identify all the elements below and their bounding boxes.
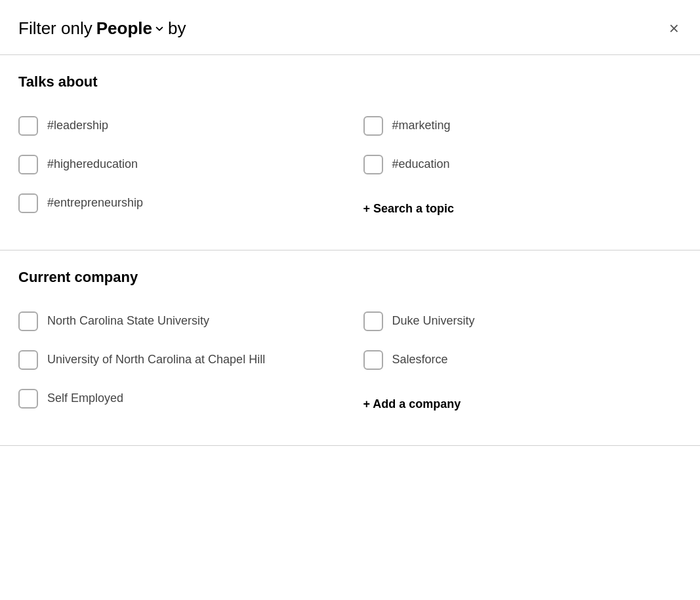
- checkbox-marketing[interactable]: [363, 116, 383, 136]
- filter-item-duke[interactable]: Duke University: [350, 302, 682, 340]
- checkbox-entrepreneurship[interactable]: [18, 193, 38, 213]
- current-company-title: Current company: [18, 269, 682, 286]
- label-leadership: #leadership: [47, 115, 108, 134]
- current-company-grid: North Carolina State University Universi…: [18, 302, 682, 430]
- search-topic-label[interactable]: + Search a topic: [363, 193, 455, 225]
- filter-item-self-employed[interactable]: Self Employed: [18, 379, 350, 418]
- filter-item-salesforce[interactable]: Salesforce: [350, 340, 682, 379]
- filter-panel: Filter only People by × Talks about #lea…: [0, 0, 700, 446]
- entity-dropdown-label: People: [96, 18, 152, 39]
- checkbox-education[interactable]: [363, 155, 383, 174]
- filter-item-highereducation[interactable]: #highereducation: [18, 145, 350, 184]
- label-salesforce: Salesforce: [392, 350, 448, 368]
- filter-item-leadership[interactable]: #leadership: [18, 106, 350, 145]
- add-company-action[interactable]: + Add a company: [350, 379, 682, 430]
- label-unc: University of North Carolina at Chapel H…: [47, 350, 265, 368]
- label-self-employed: Self Employed: [47, 388, 123, 407]
- checkbox-leadership[interactable]: [18, 116, 38, 136]
- filter-label: Filter only: [18, 18, 93, 39]
- company-right-col: Duke University Salesforce + Add a compa…: [350, 302, 682, 430]
- filter-header: Filter only People by ×: [0, 0, 700, 54]
- talks-about-left-col: #leadership #highereducation #entreprene…: [18, 106, 350, 234]
- label-highereducation: #highereducation: [47, 154, 138, 172]
- search-topic-action[interactable]: + Search a topic: [350, 184, 682, 234]
- talks-about-grid: #leadership #highereducation #entreprene…: [18, 106, 682, 234]
- entity-dropdown[interactable]: People: [96, 18, 164, 39]
- checkbox-salesforce[interactable]: [363, 350, 383, 370]
- chevron-down-icon: [155, 24, 164, 33]
- checkbox-ncsu[interactable]: [18, 311, 38, 331]
- checkbox-self-employed[interactable]: [18, 389, 38, 409]
- label-marketing: #marketing: [392, 115, 451, 134]
- checkbox-unc[interactable]: [18, 350, 38, 370]
- filter-item-education[interactable]: #education: [350, 145, 682, 184]
- filter-item-marketing[interactable]: #marketing: [350, 106, 682, 145]
- checkbox-highereducation[interactable]: [18, 155, 38, 174]
- filter-item-entrepreneurship[interactable]: #entrepreneurship: [18, 184, 350, 222]
- by-label: by: [168, 18, 186, 39]
- label-education: #education: [392, 154, 450, 172]
- section-divider-2: [0, 445, 700, 446]
- filter-item-ncsu[interactable]: North Carolina State University: [18, 302, 350, 340]
- talks-about-section: Talks about #leadership #highereducation…: [0, 55, 700, 250]
- filter-item-unc[interactable]: University of North Carolina at Chapel H…: [18, 340, 350, 379]
- checkbox-duke[interactable]: [363, 311, 383, 331]
- label-entrepreneurship: #entrepreneurship: [47, 193, 143, 211]
- label-ncsu: North Carolina State University: [47, 311, 209, 329]
- label-duke: Duke University: [392, 311, 475, 329]
- talks-about-right-col: #marketing #education + Search a topic: [350, 106, 682, 234]
- add-company-label[interactable]: + Add a company: [363, 388, 461, 420]
- current-company-section: Current company North Carolina State Uni…: [0, 250, 700, 445]
- company-left-col: North Carolina State University Universi…: [18, 302, 350, 430]
- close-icon: ×: [669, 18, 679, 39]
- close-button[interactable]: ×: [667, 16, 682, 41]
- talks-about-title: Talks about: [18, 73, 682, 90]
